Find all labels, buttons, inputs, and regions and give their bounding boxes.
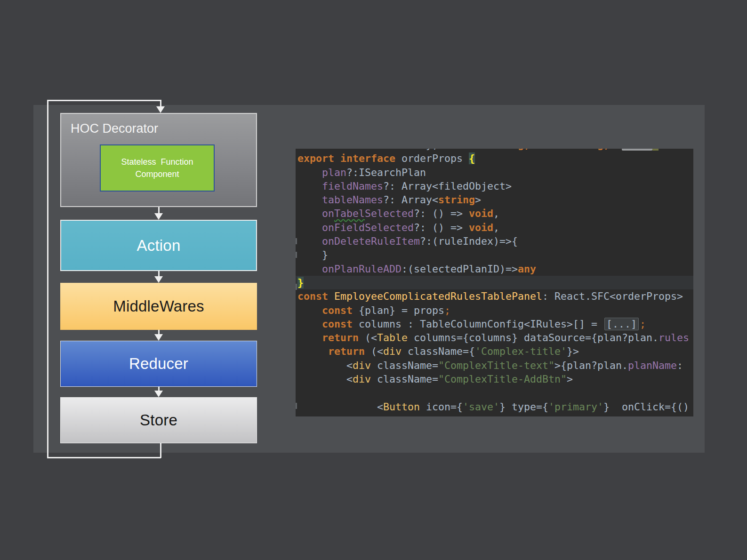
code-token: } type={ bbox=[499, 401, 548, 413]
code-token bbox=[297, 263, 322, 275]
code-token: columns : TableColumnConfig<IRules>[] = bbox=[353, 318, 603, 330]
code-token bbox=[297, 304, 322, 316]
code-token: on bbox=[322, 208, 334, 219]
code-token bbox=[297, 318, 322, 330]
code-token: (< bbox=[359, 332, 377, 344]
code-token: rules bbox=[659, 332, 689, 344]
code-token: className={ bbox=[402, 345, 475, 357]
code-token: } onClick={() bbox=[603, 401, 689, 413]
arrow-head-reducer-icon bbox=[154, 334, 163, 341]
code-token: (< bbox=[365, 345, 383, 357]
code-token: ?:(ruleIndex)=>{ bbox=[420, 235, 518, 247]
code-token bbox=[530, 149, 597, 151]
arrow-head-action-icon bbox=[154, 213, 163, 220]
code-token: ?: () => bbox=[414, 208, 469, 219]
code-token bbox=[297, 180, 322, 192]
code-token: EmployeeComplicatedRulesTablePanel bbox=[334, 290, 542, 302]
code-token: : React.SFC<orderProps> bbox=[542, 290, 683, 302]
code-token: >{plan?plan. bbox=[554, 360, 628, 371]
code-token bbox=[297, 332, 322, 344]
gutter-mark bbox=[296, 238, 297, 244]
code-token: void bbox=[469, 208, 493, 219]
code-line: tableNames?: Array<string> bbox=[297, 193, 693, 207]
code-token: ?: () => bbox=[414, 222, 469, 233]
code-token: } bbox=[297, 249, 328, 261]
code-token: const bbox=[297, 290, 328, 302]
code-line: <Button icon={'save'} type={'primary'} o… bbox=[297, 400, 693, 414]
code-token: div bbox=[353, 360, 371, 371]
code-token: div bbox=[383, 345, 402, 357]
code-token: "ComplexTitle-AddBtn" bbox=[438, 373, 567, 385]
stateless-function-component-box: Stateless Function Component bbox=[100, 144, 215, 192]
code-token bbox=[297, 208, 322, 219]
code-token: , bbox=[493, 222, 499, 233]
code-token: className= bbox=[371, 360, 438, 371]
code-token: return bbox=[322, 332, 359, 344]
code-token: tableNames bbox=[322, 194, 383, 206]
code-token: < bbox=[297, 360, 353, 371]
store-label: Store bbox=[140, 411, 177, 429]
code-token: ?: Array<filedObject> bbox=[383, 180, 512, 192]
action-label: Action bbox=[137, 237, 181, 255]
code-line: <div className="ComplexTitle-AddBtn"> bbox=[297, 372, 693, 386]
code-token: < bbox=[297, 373, 353, 385]
code-token: icon={ bbox=[420, 401, 463, 413]
loop-connector-bottom bbox=[47, 457, 161, 458]
code-token: "ComplexTitle-text" bbox=[438, 360, 554, 371]
code-token: ?: Array< bbox=[383, 194, 438, 206]
code-token: const bbox=[322, 304, 353, 316]
code-token: > bbox=[567, 373, 573, 385]
code-token: fieldNames bbox=[322, 180, 383, 192]
code-token: return bbox=[328, 345, 365, 357]
code-line: return (<Table columns={columns} dataSou… bbox=[297, 331, 693, 344]
code-line: plan?:ISearchPlan bbox=[297, 166, 693, 179]
code-token: ; bbox=[444, 304, 450, 316]
code-token bbox=[328, 290, 334, 302]
code-token: Tabel bbox=[334, 208, 365, 219]
gutter-mark bbox=[296, 252, 297, 258]
reducer-box: Reducer bbox=[60, 341, 257, 387]
loop-connector-top bbox=[47, 100, 161, 101]
code-token bbox=[334, 152, 340, 164]
code-token: columns={columns} dataSource={plan?plan. bbox=[408, 332, 659, 344]
code-line: export interface orderProps { bbox=[297, 152, 693, 165]
code-line: onDeleteRuleItem?:(ruleIndex)=>{ bbox=[297, 234, 693, 248]
code-line: } bbox=[296, 276, 693, 289]
code-token bbox=[297, 222, 322, 233]
code-token: onFieldSelected bbox=[322, 222, 414, 233]
code-token: :(selectedPlanID)=> bbox=[402, 263, 518, 275]
code-token: {plan?plan.planName} bbox=[297, 415, 622, 416]
middlewares-label: MiddleWares bbox=[113, 297, 204, 315]
code-token: < bbox=[297, 401, 383, 413]
code-token: 'primary' bbox=[548, 401, 603, 413]
code-line: fieldNames?: Array<filedObject> bbox=[297, 179, 693, 193]
code-token: : bbox=[677, 360, 683, 371]
code-token: onPlanRuleADD bbox=[322, 263, 402, 275]
code-token: ; bbox=[640, 318, 646, 330]
code-line: <div className="ComplexTitle-text">{plan… bbox=[297, 359, 693, 372]
code-token bbox=[652, 149, 659, 151]
gutter-mark bbox=[296, 403, 297, 409]
code-token: className= bbox=[371, 373, 438, 385]
code-token: Table bbox=[377, 332, 408, 344]
code-token: planName bbox=[628, 360, 677, 371]
code-token: , bbox=[493, 208, 499, 219]
arrow-head-middlewares-icon bbox=[154, 276, 163, 283]
code-token: {plan} = props bbox=[353, 304, 444, 316]
code-token: plan bbox=[322, 167, 346, 178]
code-token: const bbox=[322, 318, 353, 330]
code-token bbox=[297, 194, 322, 206]
code-token: ?:ISearchPlan bbox=[346, 167, 426, 178]
loop-connector-left bbox=[47, 100, 48, 458]
code-token: g, bbox=[518, 149, 530, 151]
action-box: Action bbox=[60, 220, 257, 271]
code-token: 'save' bbox=[463, 401, 499, 413]
code-token: any bbox=[518, 263, 536, 275]
code-line: } bbox=[297, 248, 693, 262]
code-token: y, bbox=[297, 149, 438, 151]
loop-connector-store-stub bbox=[160, 443, 161, 458]
code-token: orderProps bbox=[395, 152, 469, 164]
code-token: void bbox=[469, 222, 493, 233]
code-token: Button bbox=[383, 401, 420, 413]
middlewares-box: MiddleWares bbox=[60, 283, 257, 330]
